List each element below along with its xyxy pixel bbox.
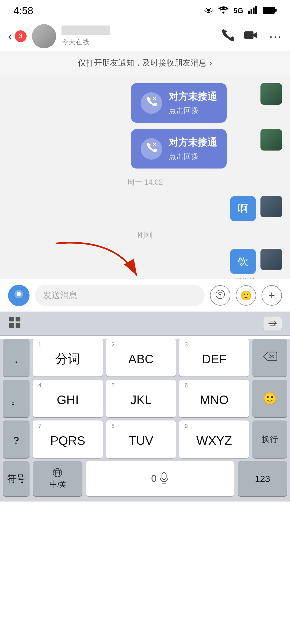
missed-call-text-1: 对方未接通 点击回拨 [169, 90, 217, 116]
emoji-icon: 🙂 [240, 290, 252, 301]
chat-header: ‹ 3 今天在线 ··· [0, 21, 290, 51]
key-delete[interactable] [252, 339, 287, 376]
keyboard-grid-icon[interactable] [8, 316, 21, 332]
key-8-tuv[interactable]: 8 TUV [106, 420, 176, 458]
user-avatar-msg2 [260, 249, 282, 270]
key-space[interactable]: 0 [86, 461, 234, 496]
timestamp-2: 刚刚 [8, 228, 282, 242]
voice-input-button[interactable] [210, 285, 230, 306]
emoji-face-icon: 🙂 [263, 391, 277, 405]
keyboard-row-3: ？ 7 PQRS 8 TUV 9 WXYZ 换行 [0, 420, 290, 458]
eye-icon: 👁 [204, 6, 213, 16]
key-5-jkl[interactable]: 5 JKL [106, 380, 176, 417]
missed-call-bubble-1[interactable]: 对方未接通 点击回拨 [131, 83, 227, 123]
key-123[interactable]: 123 [238, 461, 287, 496]
status-time: 4:58 [13, 5, 33, 17]
user-avatar-2 [260, 129, 282, 151]
key-9-wxyz[interactable]: 9 WXYZ [179, 420, 249, 458]
keyboard-toolbar [0, 312, 290, 336]
key-comma[interactable]: ， [3, 339, 30, 376]
header-actions: ··· [221, 28, 282, 44]
key-2-abc[interactable]: 2 ABC [106, 339, 176, 376]
timestamp-1: 周一 14:02 [8, 175, 282, 189]
status-icons: 👁 5G [204, 6, 277, 16]
signal-5g-icon: 5G [233, 6, 243, 15]
mic-button[interactable] [8, 285, 30, 306]
contact-avatar [32, 24, 56, 48]
missed-call-title-2: 对方未接通 [169, 136, 217, 149]
key-question[interactable]: ？ [3, 420, 30, 458]
svg-point-14 [17, 292, 21, 296]
emoji-button[interactable]: 🙂 [236, 285, 256, 306]
chat-area: 对方未接通 点击回拨 对方未接通 点击回拨 [0, 75, 290, 279]
newline-label: 换行 [262, 434, 278, 445]
voice-wave-icon [215, 290, 225, 301]
contact-info: 今天在线 [61, 25, 216, 47]
unread-badge: 3 [15, 30, 27, 42]
key-7-pqrs[interactable]: 7 PQRS [33, 420, 103, 458]
svg-rect-0 [248, 11, 250, 14]
svg-rect-21 [16, 323, 20, 328]
svg-rect-19 [16, 317, 20, 321]
key-fuhaо[interactable]: 符号 [3, 461, 30, 496]
missed-call-row-2: 对方未接通 点击回拨 [8, 129, 282, 169]
add-extra-button[interactable]: + [262, 285, 282, 306]
space-number-label: 0 [151, 473, 157, 484]
plus-icon: + [269, 289, 275, 302]
battery-icon [263, 6, 277, 16]
msg-yin-col: 饮 已送达 [230, 249, 256, 279]
key-newline[interactable]: 换行 [252, 420, 287, 458]
delivered-status: 已送达 [235, 276, 256, 279]
message-input[interactable]: 发送消息 [35, 285, 205, 306]
msg-row-yin: 饮 已送达 [8, 249, 282, 279]
phone-x-icon-2 [146, 142, 157, 156]
key-3-def[interactable]: 3 DEF [179, 339, 249, 376]
svg-rect-6 [244, 31, 253, 39]
signal-bars-icon [248, 6, 258, 16]
globe-icon [53, 468, 62, 478]
svg-point-16 [219, 294, 221, 295]
msg-bubble-ah: 啊 [230, 196, 256, 221]
msg-row-ah: 啊 [8, 196, 282, 221]
missed-call-text-2: 对方未接通 点击回拨 [169, 136, 217, 162]
key-period[interactable]: 。 [3, 380, 30, 417]
contact-status: 今天在线 [61, 37, 216, 47]
more-options-button[interactable]: ··· [269, 28, 282, 44]
mic-icon [13, 288, 25, 303]
missed-call-row-1: 对方未接通 点击回拨 [8, 83, 282, 123]
video-call-button[interactable] [244, 29, 258, 43]
svg-rect-5 [275, 9, 277, 12]
notification-banner[interactable]: 仅打开朋友通知，及时接收朋友消息 › [0, 51, 290, 75]
keyboard-collapse-btn[interactable] [263, 317, 282, 330]
user-avatar-msg1 [260, 196, 282, 217]
back-button[interactable]: ‹ 3 [8, 30, 27, 43]
keyboard-row-1: ， 1 分词 2 ABC 3 DEF [0, 339, 290, 376]
toolbar-divider [27, 317, 27, 330]
key-4-ghi[interactable]: 4 GHI [33, 380, 103, 417]
phone-x-icon-1 [146, 96, 157, 110]
missed-call-bubble-2[interactable]: 对方未接通 点击回拨 [131, 129, 227, 169]
wifi-icon [218, 6, 229, 16]
svg-rect-20 [9, 323, 14, 328]
svg-rect-4 [263, 7, 275, 13]
key-1-fenci[interactable]: 1 分词 [33, 339, 103, 376]
back-arrow-icon: ‹ [8, 30, 12, 43]
user-avatar-1 [260, 83, 282, 105]
input-bar: 发送消息 🙂 + [0, 279, 290, 312]
notification-text: 仅打开朋友通知，及时接收朋友消息 [78, 57, 207, 68]
key-lang-switch[interactable]: 中/英 [33, 461, 82, 496]
call-icon-circle-2 [141, 138, 162, 160]
call-button[interactable] [221, 28, 234, 44]
input-placeholder: 发送消息 [43, 290, 77, 301]
keyboard-row-2: 。 4 GHI 5 JKL 6 MNO 🙂 [0, 380, 290, 417]
key-6-mno[interactable]: 6 MNO [179, 380, 249, 417]
svg-rect-18 [9, 317, 14, 321]
missed-call-sub-1: 点击回拨 [169, 105, 217, 116]
key-emoji[interactable]: 🙂 [252, 380, 287, 417]
keyboard-row-bottom: 符号 中/英 0 123 [0, 461, 290, 502]
missed-call-sub-2: 点击回拨 [169, 151, 217, 162]
missed-call-title-1: 对方未接通 [169, 90, 217, 103]
svg-rect-3 [255, 6, 257, 14]
svg-rect-29 [162, 473, 166, 480]
msg-bubble-yin: 饮 [230, 249, 256, 274]
